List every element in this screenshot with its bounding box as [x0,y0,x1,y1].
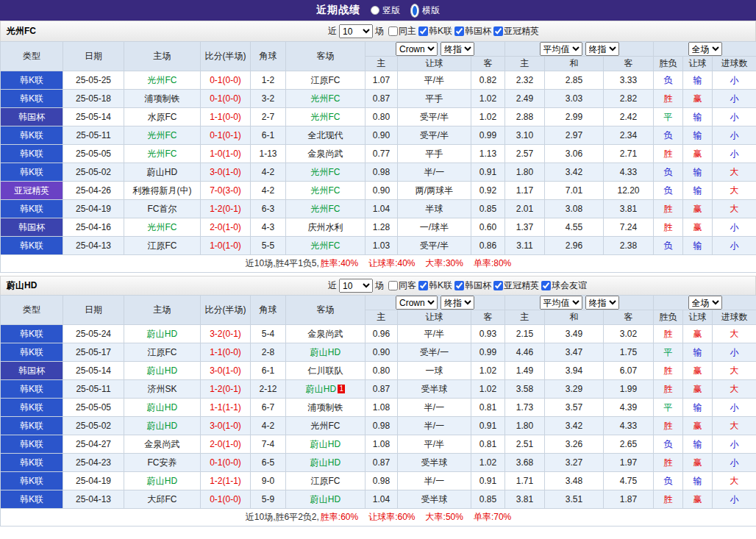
league-filter-1-checkbox[interactable] [418,26,428,36]
odds-away: 0.85 [471,200,505,218]
avg-source-select[interactable]: 平均值 [540,42,582,56]
league-filter-2[interactable]: 韩国杯 [454,279,491,292]
same-venue-filter-checkbox[interactable] [388,281,398,290]
match-count-select[interactable]: 10 [339,279,373,293]
match-count-select[interactable]: 10 [339,24,373,38]
avg-home: 2.01 [505,200,545,218]
match-row: 韩K联25-05-24蔚山HD3-2(0-1)5-4金泉尚武0.96平/半0.9… [1,325,756,343]
league-filter-2[interactable]: 韩国杯 [454,25,491,38]
result-goals: 大 [713,380,756,399]
league-filter-3-label: 亚冠精英 [504,25,539,38]
away-team: 金泉尚武 [286,145,365,163]
avg-home: 1.37 [505,218,545,237]
odds-time-select[interactable]: 终指 [441,42,474,56]
league-filter-4[interactable]: 球会友谊 [541,279,587,292]
sub-column-header: 客 [604,310,654,325]
away-team: 光州FC [286,417,365,435]
result-outcome: 平 [654,399,683,417]
match-row: 韩K联25-05-11济州SK1-2(0-1)2-12蔚山HD10.87受半球1… [1,380,756,399]
odds-handicap: 平手 [398,145,471,163]
match-date: 25-04-19 [63,472,124,490]
avg-home: 1.49 [505,362,545,380]
league-filter-2-checkbox[interactable] [454,281,464,290]
league-filter-3-checkbox[interactable] [493,26,503,36]
result-goals: 大 [713,472,756,490]
odds-source-select[interactable]: Crown [396,42,438,56]
league-filter-2-checkbox[interactable] [454,26,464,36]
away-team-name: 光州FC [311,167,340,177]
league-filter-3-checkbox[interactable] [493,281,503,290]
match-score: 0-1(0-0) [201,90,251,108]
odds-handicap: 受平/半 [398,126,471,145]
layout-option-vertical[interactable]: 竖版 [371,4,400,17]
odds-source-select[interactable]: Crown [396,296,438,310]
radio-unselected-icon[interactable] [371,6,379,15]
avg-time-select[interactable]: 终指 [585,42,619,56]
same-venue-filter[interactable]: 同客 [388,279,416,292]
league-filter-4-checkbox[interactable] [541,281,551,290]
match-type: 韩K联 [1,126,63,145]
layout-option-horizontal[interactable]: 横版 [410,4,440,18]
near-label: 近 [328,279,337,292]
column-header: 客场 [286,42,365,71]
avg-source-select[interactable]: 平均值 [540,296,582,310]
corner-score: 4-3 [251,218,286,237]
avg-home: 2.88 [505,108,545,126]
league-filter-3[interactable]: 亚冠精英 [493,279,539,292]
corner-score: 9-0 [251,472,286,490]
avg-draw: 3.42 [545,163,604,182]
match-score: 1-0(1-0) [201,237,251,255]
match-scope-select[interactable]: 全场 [688,42,722,56]
result-outcome: 负 [654,126,683,145]
team-name: 光州FC [7,25,36,38]
avg-away: 7.24 [604,218,654,237]
league-filter-1[interactable]: 韩K联 [418,25,452,38]
result-outcome: 胜 [654,145,683,163]
league-filter-1[interactable]: 韩K联 [418,279,452,292]
avg-time-select[interactable]: 终指 [585,296,619,310]
layout-option-horizontal-label: 横版 [422,4,440,17]
filter-controls: 近10场同主韩K联韩国杯亚冠精英 [326,24,539,38]
league-filter-3[interactable]: 亚冠精英 [493,25,539,38]
match-type: 韩国杯 [1,362,63,380]
match-type: 韩K联 [1,454,63,472]
match-type: 韩K联 [1,325,63,343]
league-filter-1-checkbox[interactable] [418,281,428,290]
match-score: 3-2(0-1) [201,325,251,343]
match-type: 韩K联 [1,490,63,509]
odds-time-select[interactable]: 终指 [441,296,474,310]
avg-home: 2.51 [505,435,545,454]
match-score: 3-0(1-0) [201,417,251,435]
corner-score: 6-3 [251,200,286,218]
same-venue-filter[interactable]: 同主 [388,25,416,38]
avg-home: 3.68 [505,454,545,472]
home-team: FC安养 [124,454,201,472]
corner-score: 4-2 [251,182,286,200]
result-goals: 小 [713,126,756,145]
match-scope-select[interactable]: 全场 [688,296,722,310]
result-handicap: 赢 [683,218,713,237]
radio-selected-icon[interactable] [410,4,419,18]
result-handicap: 输 [683,182,713,200]
away-team-name: 仁川联队 [308,365,343,376]
sub-column-header: 主 [505,310,545,325]
result-outcome: 平 [654,108,683,126]
avg-home: 1.17 [505,182,545,200]
avg-draw: 3.08 [545,200,604,218]
match-date: 25-05-02 [63,163,124,182]
summary-cell: 近10场,胜6平2负2,胜率:60%让球率:60%大率:50%单率:70% [1,509,756,526]
match-score: 7-0(3-0) [201,182,251,200]
match-row: 亚冠精英25-04-26利雅得新月(中)7-0(3-0)4-2光州FC0.90两… [1,182,756,200]
tables-container: 光州FC近10场同主韩K联韩国杯亚冠精英类型日期主场比分(半场)角球客场Crow… [0,21,756,526]
odds-handicap: 一球 [398,362,471,380]
away-team: 光州FC [286,182,365,200]
odds-handicap: 受半球 [398,490,471,509]
odds-home: 0.80 [365,362,398,380]
odds-away: 0.92 [471,182,505,200]
odds-away: 0.81 [471,399,505,417]
summary-row: 近10场,胜6平2负2,胜率:60%让球率:60%大率:50%单率:70% [1,509,756,526]
same-venue-filter-checkbox[interactable] [388,26,398,36]
match-type: 韩K联 [1,380,63,399]
odds-handicap: 半/一 [398,399,471,417]
match-date: 25-05-11 [63,380,124,399]
